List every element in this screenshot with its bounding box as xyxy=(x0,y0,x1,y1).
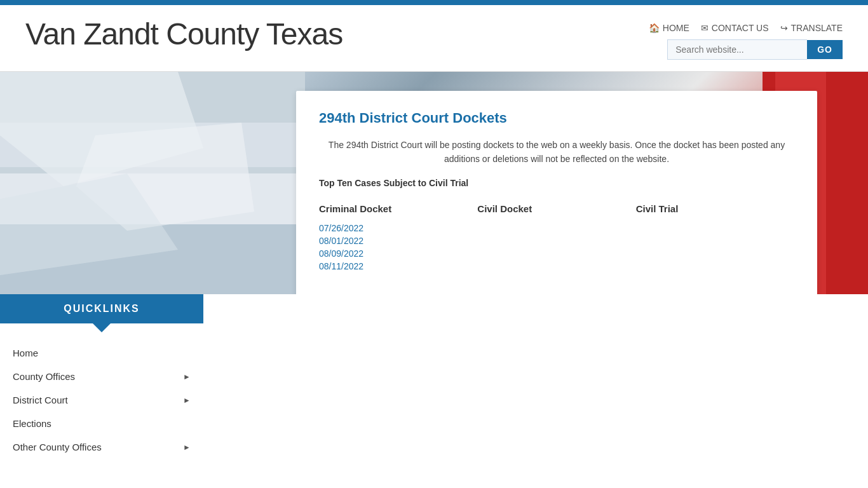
home-link[interactable]: 🏠 HOME xyxy=(649,23,689,33)
sidebar-item-elections[interactable]: Elections xyxy=(0,412,203,435)
docket-columns: Criminal Docket 07/26/2022 08/01/2022 08… xyxy=(319,203,794,274)
header-right: 🏠 HOME ✉ CONTACT US ↪ TRANSLATE GO xyxy=(649,17,843,60)
hero-section: 294th District Court Dockets The 294th D… xyxy=(0,72,868,294)
criminal-docket-column: Criminal Docket 07/26/2022 08/01/2022 08… xyxy=(319,203,477,274)
sidebar-item-elections-label: Elections xyxy=(13,418,51,429)
sidebar-item-district-court[interactable]: District Court ► xyxy=(0,388,203,412)
sidebar-item-home[interactable]: Home xyxy=(0,341,203,365)
criminal-docket-link-1[interactable]: 07/26/2022 xyxy=(319,223,477,233)
criminal-docket-header: Criminal Docket xyxy=(319,203,477,214)
chevron-right-icon: ► xyxy=(183,372,191,381)
civil-docket-header: Civil Docket xyxy=(477,203,635,214)
page-heading: 294th District Court Dockets xyxy=(319,110,794,126)
intro-text: The 294th District Court will be posting… xyxy=(319,138,794,166)
header: Van Zandt County Texas 🏠 HOME ✉ CONTACT … xyxy=(0,5,868,72)
contact-link[interactable]: ✉ CONTACT US xyxy=(701,23,769,33)
sidebar-item-home-label: Home xyxy=(13,348,38,358)
main-layout: QUICKLINKS Home County Offices ► Distric… xyxy=(0,294,868,484)
sidebar-nav: Home County Offices ► District Court ► E… xyxy=(0,323,203,459)
civil-docket-column: Civil Docket xyxy=(477,203,635,274)
sidebar-item-other-county-offices-label: Other County Offices xyxy=(13,442,102,452)
search-button[interactable]: GO xyxy=(807,40,843,59)
top-ten-label: Top Ten Cases Subject to Civil Trial xyxy=(319,178,794,188)
translate-link[interactable]: ↪ TRANSLATE xyxy=(780,23,843,33)
criminal-docket-link-2[interactable]: 08/01/2022 xyxy=(319,236,477,246)
civil-trial-column: Civil Trial xyxy=(636,203,794,274)
search-bar: GO xyxy=(667,39,843,60)
chevron-right-icon: ► xyxy=(183,443,191,452)
sidebar-item-district-court-label: District Court xyxy=(13,395,68,405)
search-input[interactable] xyxy=(667,39,807,60)
sidebar-item-other-county-offices[interactable]: Other County Offices ► xyxy=(0,435,203,459)
quicklinks-header: QUICKLINKS xyxy=(0,294,203,323)
criminal-docket-link-4[interactable]: 08/11/2022 xyxy=(319,261,477,271)
email-icon: ✉ xyxy=(701,23,709,33)
sidebar-item-county-offices-label: County Offices xyxy=(13,371,75,382)
hero-content-panel: 294th District Court Dockets The 294th D… xyxy=(296,91,817,294)
sidebar: QUICKLINKS Home County Offices ► Distric… xyxy=(0,294,203,484)
sidebar-item-county-offices[interactable]: County Offices ► xyxy=(0,365,203,388)
translate-icon: ↪ xyxy=(780,23,788,33)
top-bar xyxy=(0,0,868,5)
header-nav: 🏠 HOME ✉ CONTACT US ↪ TRANSLATE xyxy=(649,23,843,33)
criminal-docket-link-3[interactable]: 08/09/2022 xyxy=(319,248,477,259)
civil-trial-header: Civil Trial xyxy=(636,203,794,214)
site-title: Van Zandt County Texas xyxy=(25,17,342,51)
chevron-right-icon: ► xyxy=(183,396,191,405)
home-icon: 🏠 xyxy=(649,23,660,33)
